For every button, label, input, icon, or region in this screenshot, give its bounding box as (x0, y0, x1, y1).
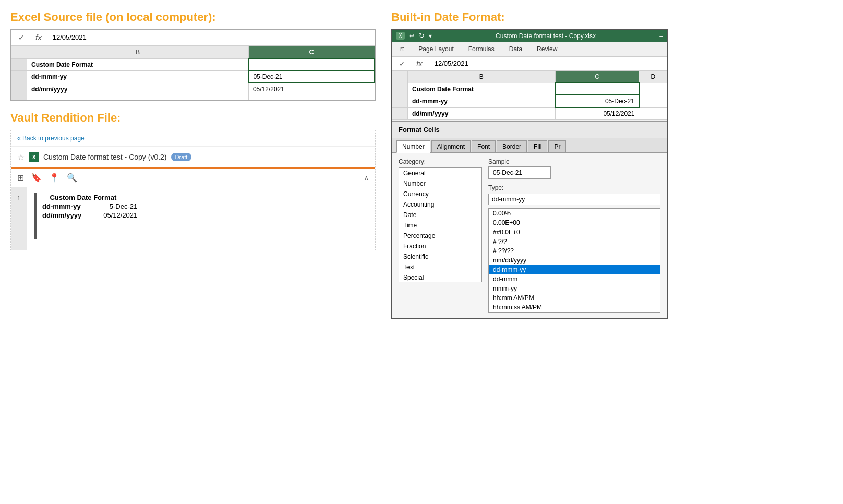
row-num-4 (11, 95, 27, 100)
tab-alignment[interactable]: Alignment (431, 140, 471, 152)
cat-accounting[interactable]: Accounting (399, 199, 481, 210)
fx-left: fx (32, 32, 45, 43)
search-icon[interactable]: 🔍 (67, 173, 77, 183)
ribbon-tab-review[interactable]: Review (535, 44, 559, 54)
type-item-frac1[interactable]: # ?/? (489, 237, 660, 246)
type-item-exp[interactable]: 0.00E+00 (489, 218, 660, 227)
type-item-ddmmmyy[interactable]: dd-mmm-yy (489, 265, 660, 274)
type-list[interactable]: 0.00% 0.00E+00 ##0.0E+0 # ?/? # ??/?? mm… (488, 208, 660, 313)
type-item-mmmyy[interactable]: mmm-yy (489, 284, 660, 293)
cat-general[interactable]: General (399, 168, 481, 178)
type-input[interactable] (488, 194, 660, 205)
cell-c1-left[interactable] (248, 58, 375, 70)
star-icon[interactable]: ☆ (17, 152, 25, 162)
table-row: dd-mmm-yy 05-Dec-21 (11, 70, 375, 83)
col-b-header-left[interactable]: B (27, 46, 249, 59)
row-num-2 (11, 70, 27, 83)
cat-text[interactable]: Text (399, 262, 481, 272)
category-list[interactable]: General Number Currency Accounting Date … (399, 167, 482, 282)
formula-bar-left: ✓ fx 12/05/2021 (11, 30, 375, 45)
vault-sidebar-bar (34, 193, 37, 239)
cell-dr1 (639, 83, 667, 95)
col-c-header-right[interactable]: C (555, 71, 639, 83)
table-row: Custom Date Format (11, 58, 375, 70)
excel-app-icon[interactable]: X (396, 32, 405, 40)
cell-br1[interactable]: Custom Date Format (408, 83, 556, 95)
bookmark-icon[interactable]: 🔖 (31, 173, 42, 183)
dialog-title: Format Cells (392, 122, 667, 138)
type-item-pct[interactable]: 0.00% (489, 209, 660, 218)
tab-border[interactable]: Border (497, 140, 527, 152)
cat-time[interactable]: Time (399, 220, 481, 231)
ribbon-tab-formulas[interactable]: Formulas (466, 44, 497, 54)
col-b-header-right[interactable]: B (408, 71, 556, 83)
ribbon-tab-rt[interactable]: rt (398, 44, 406, 54)
col-d-header-right[interactable]: D (639, 71, 667, 83)
excel-titlebar: X ↩ ↻ ▾ Custom Date format test - Copy.x… (392, 30, 667, 42)
row-num-r3 (392, 107, 408, 120)
vault-data-table: Custom Date Format dd-mmm-yy 5-Dec-21 dd… (41, 193, 138, 220)
vault-data-area: Custom Date Format dd-mmm-yy 5-Dec-21 dd… (41, 193, 138, 220)
cell-cr3[interactable]: 05/12/2021 (555, 107, 639, 120)
table-row: dd/mm/yyyy 05/12/2021 (11, 83, 375, 95)
cat-percentage[interactable]: Percentage (399, 231, 481, 241)
chevron-up-icon[interactable]: ∧ (364, 174, 369, 182)
vault-toolbar: ⊞ 🔖 📍 🔍 ∧ (11, 169, 375, 187)
type-item-ddmmm[interactable]: dd-mmm (489, 274, 660, 284)
cell-br2[interactable]: dd-mmm-yy (408, 95, 556, 107)
cat-special[interactable]: Special (399, 272, 481, 282)
tab-pr[interactable]: Pr (548, 140, 566, 152)
cat-currency[interactable]: Currency (399, 189, 481, 199)
checkmark-right[interactable]: ✓ (396, 59, 408, 68)
cat-date[interactable]: Date (399, 210, 481, 220)
type-item-hhmmss-ampm[interactable]: hh:mm:ss AM/PM (489, 303, 660, 312)
cell-cr2[interactable]: 05-Dec-21 (555, 95, 639, 107)
cat-fraction[interactable]: Fraction (399, 241, 481, 251)
vault-value-1: 5-Dec-21 (103, 202, 137, 210)
type-item-hhmm-ampm[interactable]: hh:mm AM/PM (489, 293, 660, 303)
cell-cr1[interactable] (555, 83, 639, 95)
window-close-icon[interactable]: – (659, 32, 663, 40)
category-label: Category: (399, 158, 482, 165)
cell-b1-left[interactable]: Custom Date Format (27, 58, 249, 70)
cat-scientific[interactable]: Scientific (399, 251, 481, 262)
sample-value: 05-Dec-21 (488, 166, 551, 179)
location-icon[interactable]: 📍 (49, 173, 59, 183)
cell-dr2 (639, 95, 667, 107)
ribbon-tab-data[interactable]: Data (507, 44, 524, 54)
checkmark-left[interactable]: ✓ (15, 32, 28, 43)
left-section-title: Excel Source file (on local computer): (10, 10, 376, 24)
type-item-mmddyyyy[interactable]: mm/dd/yyyy (489, 256, 660, 265)
type-item-eng[interactable]: ##0.0E+0 (489, 227, 660, 237)
cat-number[interactable]: Number (399, 178, 481, 189)
cell-b4-left (27, 95, 249, 100)
back-link[interactable]: « Back to previous page (11, 130, 375, 147)
redo-icon[interactable]: ↻ (419, 32, 425, 40)
excel-icon: X (29, 152, 39, 162)
tab-number[interactable]: Number (396, 140, 430, 153)
cell-c2-left[interactable]: 05-Dec-21 (248, 70, 375, 83)
dialog-tabs: Number Alignment Font Border Fill Pr (392, 138, 667, 153)
cell-c3-left[interactable]: 05/12/2021 (248, 83, 375, 95)
type-item-hhmm[interactable]: hh:mm (489, 312, 660, 313)
vault-section-title: Vault Rendition File: (10, 111, 376, 125)
tab-fill[interactable]: Fill (528, 140, 547, 152)
spreadsheet-left: B C Custom Date Format (11, 45, 375, 100)
col-c-header-left[interactable]: C (248, 46, 375, 59)
ribbon-tab-page-layout[interactable]: Page Layout (416, 44, 455, 54)
tab-font[interactable]: Font (472, 140, 496, 152)
format-cells-dialog: Format Cells Number Alignment Font Borde… (392, 121, 667, 318)
table-row: Custom Date Format (392, 83, 667, 95)
sample-box: Sample 05-Dec-21 (488, 158, 660, 179)
row-num-r1 (392, 83, 408, 95)
vault-label-2: dd/mm/yyyy (42, 211, 102, 219)
cell-b2-left[interactable]: dd-mmm-yy (27, 70, 249, 83)
formula-value-right: 12/05/2021 (430, 59, 473, 67)
excel-source-box: ✓ fx 12/05/2021 B C (10, 29, 376, 101)
cell-br3[interactable]: dd/mm/yyyy (408, 107, 556, 120)
cell-b3-left[interactable]: dd/mm/yyyy (27, 83, 249, 95)
undo-icon[interactable]: ↩ (409, 32, 415, 40)
sample-label: Sample (488, 158, 660, 165)
comment-icon[interactable]: ⊞ (17, 173, 24, 183)
type-item-frac2[interactable]: # ??/?? (489, 246, 660, 256)
